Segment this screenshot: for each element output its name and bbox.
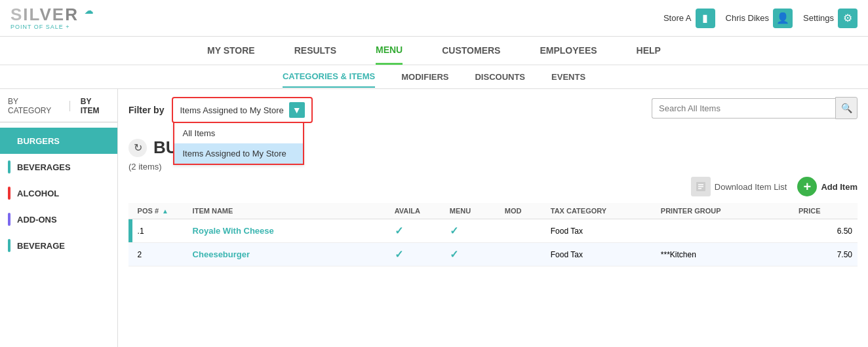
nav-help[interactable]: HELP bbox=[637, 37, 661, 64]
sidebar-view-tabs: BY CATEGORY BY ITEM bbox=[0, 96, 117, 122]
search-input[interactable] bbox=[652, 98, 835, 119]
store-icon-btn[interactable]: ▮ bbox=[696, 9, 715, 28]
th-printer-group: PRINTER GROUP bbox=[656, 203, 793, 219]
main-panel: Filter by Items Assigned to My Store ▼ A… bbox=[118, 89, 868, 347]
table-row: .1 Royale With Cheese ✓ ✓ Food Tax 6.50 bbox=[128, 219, 858, 243]
filter-dropdown-arrow-icon: ▼ bbox=[289, 102, 305, 118]
th-menu: MENU bbox=[444, 203, 500, 219]
color-bar-beverage bbox=[8, 239, 10, 252]
logo-text: SILVER ☁ bbox=[10, 6, 94, 23]
row-tax-2: Food Tax bbox=[545, 243, 656, 266]
add-icon: + bbox=[797, 177, 817, 196]
sidebar-item-burgers[interactable]: BURGERS bbox=[0, 128, 117, 154]
row-menu-2: ✓ bbox=[444, 243, 500, 266]
sidebar-tab-by-item[interactable]: BY ITEM bbox=[78, 96, 112, 117]
th-mod: MOD bbox=[500, 203, 545, 219]
content-area: BY CATEGORY BY ITEM BURGERS BEVERAGES AL… bbox=[0, 89, 868, 347]
header-user: Chris Dikes 👤 bbox=[726, 9, 793, 28]
filter-search-row: Filter by Items Assigned to My Store ▼ A… bbox=[128, 97, 858, 131]
subnav-categories-items[interactable]: CATEGORIES & ITEMS bbox=[283, 66, 375, 88]
filter-dropdown: All Items Items Assigned to My Store bbox=[173, 122, 304, 165]
sidebar-tab-by-category[interactable]: BY CATEGORY bbox=[5, 96, 62, 117]
table-row: 2 Cheeseburger ✓ ✓ Food Tax ***Kitchen 7… bbox=[128, 243, 858, 266]
subnav-modifiers[interactable]: MODIFIERS bbox=[401, 67, 448, 87]
sidebar-categories: BURGERS BEVERAGES ALCOHOL ADD-ONS BEVERA… bbox=[0, 128, 117, 347]
logo-sub: POINT OF SALE + bbox=[10, 24, 94, 30]
filter-selected-value: Items Assigned to My Store bbox=[180, 105, 283, 115]
nav-employees[interactable]: EMPLOYEES bbox=[540, 37, 597, 64]
sidebar-item-beverage[interactable]: BEVERAGE bbox=[0, 232, 117, 259]
filter-option-all-items[interactable]: All Items bbox=[174, 123, 303, 143]
download-item-list-button[interactable]: Download Item List bbox=[691, 177, 787, 196]
row-name-1[interactable]: Royale With Cheese bbox=[187, 219, 389, 243]
color-bar-burgers bbox=[8, 134, 10, 147]
cat-label-addons: ADD-ONS bbox=[17, 215, 57, 225]
row-avail-1: ✓ bbox=[389, 219, 444, 243]
row-mod-1 bbox=[500, 219, 545, 243]
row-pos-2: 2 bbox=[132, 243, 187, 266]
search-area: 🔍 bbox=[652, 97, 858, 119]
cat-label-beverages: BEVERAGES bbox=[17, 162, 71, 172]
download-label: Download Item List bbox=[715, 182, 787, 192]
color-bar-beverages bbox=[8, 160, 10, 174]
download-icon bbox=[691, 177, 711, 196]
store-label: Store A bbox=[663, 13, 692, 23]
filter-select[interactable]: Items Assigned to My Store ▼ bbox=[173, 98, 311, 122]
sort-arrow-pos: ▲ bbox=[162, 208, 168, 215]
nav-menu[interactable]: MENU bbox=[376, 37, 403, 65]
user-icon-btn[interactable]: 👤 bbox=[773, 9, 793, 28]
nav-results[interactable]: RESULTS bbox=[294, 37, 336, 64]
cat-label-alcohol: ALCOHOL bbox=[17, 189, 59, 198]
settings-icon-btn[interactable]: ⚙ bbox=[838, 9, 858, 28]
row-printer-2: ***Kitchen bbox=[656, 243, 793, 266]
header-settings: Settings ⚙ bbox=[803, 9, 858, 28]
sidebar-item-alcohol[interactable]: ALCOHOL bbox=[0, 180, 117, 206]
row-pos-1: .1 bbox=[132, 219, 187, 243]
filter-label: Filter by bbox=[128, 105, 164, 115]
row-printer-1 bbox=[656, 219, 793, 243]
header-right: Store A ▮ Chris Dikes 👤 Settings ⚙ bbox=[663, 9, 858, 28]
settings-label: Settings bbox=[803, 13, 834, 23]
th-tax-category: TAX CATEGORY bbox=[545, 203, 656, 219]
row-price-2: 7.50 bbox=[793, 243, 858, 266]
refresh-button[interactable]: ↻ bbox=[128, 139, 147, 157]
cat-label-burgers: BURGERS bbox=[17, 136, 60, 146]
sub-nav: CATEGORIES & ITEMS MODIFIERS DISCOUNTS E… bbox=[0, 65, 868, 89]
row-mod-2 bbox=[500, 243, 545, 266]
filter-row: Filter by Items Assigned to My Store ▼ A… bbox=[128, 97, 313, 123]
subnav-events[interactable]: EVENTS bbox=[551, 67, 585, 87]
user-label: Chris Dikes bbox=[726, 13, 769, 23]
filter-select-wrapper: Items Assigned to My Store ▼ All Items I… bbox=[172, 97, 312, 123]
nav-customers[interactable]: CUSTOMERS bbox=[442, 37, 500, 64]
nav-my-store[interactable]: MY STORE bbox=[207, 37, 255, 64]
sidebar-item-beverages[interactable]: BEVERAGES bbox=[0, 154, 117, 180]
cat-label-beverage: BEVERAGE bbox=[17, 241, 65, 251]
row-menu-1: ✓ bbox=[444, 219, 500, 243]
sidebar: BY CATEGORY BY ITEM BURGERS BEVERAGES AL… bbox=[0, 89, 118, 347]
color-bar-addons bbox=[8, 213, 10, 226]
add-label: Add Item bbox=[821, 182, 858, 192]
sidebar-tab-divider bbox=[69, 101, 70, 111]
add-item-button[interactable]: + Add Item bbox=[797, 177, 858, 196]
action-row: Download Item List + Add Item bbox=[128, 177, 858, 196]
sidebar-item-addons[interactable]: ADD-ONS bbox=[0, 206, 117, 232]
row-tax-1: Food Tax bbox=[545, 219, 656, 243]
logo: SILVER ☁ POINT OF SALE + bbox=[10, 6, 94, 30]
th-available: AVAILA bbox=[389, 203, 444, 219]
filter-option-assigned[interactable]: Items Assigned to My Store bbox=[174, 143, 303, 164]
th-price: PRICE bbox=[793, 203, 858, 219]
search-button[interactable]: 🔍 bbox=[835, 97, 858, 119]
header-store: Store A ▮ bbox=[663, 9, 715, 28]
main-nav: MY STORE RESULTS MENU CUSTOMERS EMPLOYEE… bbox=[0, 37, 868, 65]
row-price-1: 6.50 bbox=[793, 219, 858, 243]
subnav-discounts[interactable]: DISCOUNTS bbox=[475, 67, 525, 87]
items-table: POS # ▲ ITEM NAME AVAILA MENU MOD TAX CA… bbox=[128, 203, 858, 266]
color-bar-alcohol bbox=[8, 187, 10, 200]
row-name-2[interactable]: Cheeseburger bbox=[187, 243, 389, 266]
row-avail-2: ✓ bbox=[389, 243, 444, 266]
th-item-name: ITEM NAME bbox=[187, 203, 389, 219]
th-pos[interactable]: POS # ▲ bbox=[132, 203, 187, 219]
top-header: SILVER ☁ POINT OF SALE + Store A ▮ Chris… bbox=[0, 0, 868, 37]
